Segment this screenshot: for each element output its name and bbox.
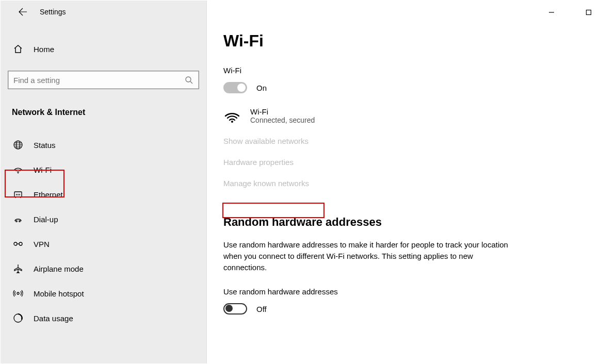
hotspot-icon: [12, 288, 24, 299]
nav-label: Data usage: [34, 314, 73, 323]
svg-point-3: [18, 173, 19, 174]
window-controls: [540, 5, 600, 20]
sidebar-item-vpn[interactable]: VPN: [1, 231, 206, 256]
nav-list: Status Wi-Fi Ethernet Dial-up: [1, 133, 206, 363]
wifi-signal-icon: [223, 107, 241, 124]
page-title: Wi-Fi: [223, 31, 588, 51]
random-addresses-heading: Random hardware addresses: [223, 216, 588, 229]
maximize-button[interactable]: [577, 5, 600, 20]
sidebar-item-hotspot[interactable]: Mobile hotspot: [1, 281, 206, 306]
sidebar-item-datausage[interactable]: Data usage: [1, 306, 206, 330]
back-button[interactable]: [15, 4, 30, 20]
nav-label: Mobile hotspot: [34, 289, 84, 298]
link-hardware-properties[interactable]: Hardware properties: [223, 158, 294, 167]
sidebar-item-dialup[interactable]: Dial-up: [1, 207, 206, 231]
wifi-toggle-state: On: [256, 84, 267, 92]
home-label: Home: [34, 45, 54, 54]
svg-point-12: [231, 121, 233, 123]
random-addresses-description: Use random hardware addresses to make it…: [223, 239, 512, 273]
vpn-icon: [12, 239, 24, 249]
globe-icon: [12, 140, 24, 150]
svg-point-6: [19, 221, 21, 222]
wifi-toggle-row: On: [223, 82, 588, 93]
search-input-container[interactable]: [8, 71, 199, 89]
wifi-icon: [12, 164, 24, 175]
sidebar-item-ethernet[interactable]: Ethernet: [1, 182, 206, 207]
search-icon: [184, 76, 193, 84]
svg-point-8: [19, 242, 22, 245]
sidebar-item-airplane[interactable]: Airplane mode: [1, 256, 206, 281]
dialup-icon: [12, 214, 24, 224]
wifi-section-label: Wi-Fi: [223, 66, 588, 75]
nav-label: Airplane mode: [34, 264, 84, 273]
random-toggle-row: Off: [223, 303, 588, 315]
wifi-connection-status: Connected, secured: [250, 116, 315, 124]
data-usage-icon: [12, 313, 24, 323]
airplane-icon: [12, 263, 24, 274]
minimize-button[interactable]: [540, 5, 563, 20]
nav-label: Dial-up: [34, 215, 58, 224]
sidebar-item-status[interactable]: Status: [1, 133, 206, 157]
svg-point-0: [186, 77, 191, 82]
random-toggle-label: Use random hardware addresses: [223, 287, 588, 296]
category-heading: Network & Internet: [1, 108, 206, 117]
nav-label: Ethernet: [34, 190, 63, 199]
svg-point-5: [16, 221, 18, 222]
link-manage-known-networks[interactable]: Manage known networks: [223, 179, 309, 188]
minimize-icon: [548, 9, 555, 15]
main-pane: Wi-Fi Wi-Fi On Wi-Fi Connected, secured …: [207, 1, 600, 363]
wifi-connection-item[interactable]: Wi-Fi Connected, secured: [223, 107, 588, 124]
wifi-connection-name: Wi-Fi: [250, 107, 315, 116]
nav-label: Status: [34, 141, 56, 150]
svg-rect-11: [587, 10, 591, 15]
maximize-icon: [586, 9, 592, 15]
svg-point-9: [17, 292, 19, 294]
svg-point-7: [14, 242, 17, 245]
random-toggle-state: Off: [256, 305, 267, 313]
random-addresses-toggle[interactable]: [223, 303, 247, 315]
nav-label: VPN: [34, 240, 50, 249]
arrow-left-icon: [18, 7, 27, 16]
titlebar: Settings: [1, 1, 206, 23]
sidebar-item-home[interactable]: Home: [1, 39, 206, 59]
home-icon: [12, 44, 24, 54]
search-input[interactable]: [13, 76, 184, 85]
ethernet-icon: [12, 189, 24, 200]
wifi-toggle[interactable]: [223, 82, 247, 93]
nav-label: Wi-Fi: [34, 166, 52, 174]
link-show-available-networks[interactable]: Show available networks: [223, 137, 308, 145]
sidebar: Settings Home Network & Internet Sta: [1, 1, 207, 363]
sidebar-item-wifi[interactable]: Wi-Fi: [1, 157, 206, 182]
app-title: Settings: [40, 8, 66, 16]
